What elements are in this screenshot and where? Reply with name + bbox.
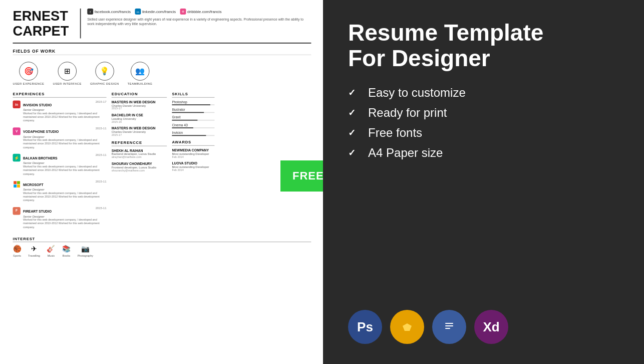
fireart-logo: F [13,207,21,215]
skill-bar-ps [172,105,214,106]
ui-label: USER INTERFACE [53,82,82,85]
microsoft-desc: Worked for this web development company,… [23,192,107,203]
interest-travel: ✈ Travelling [28,245,40,257]
field-gd: 💡 GRAPHIC DESIGN [90,62,119,86]
edu-degree3: MASTERS IN WEB DESIGN [112,127,167,131]
dribbble-icon: ⊕ [180,9,186,15]
ref-name1: SHEKH AL RAIHAN [112,149,167,153]
resume-main: EXPERIENCES in INVISION STUDIO 2015-17 S… [13,92,311,233]
resume-name: ERNEST CARPET [13,9,81,39]
feature-print: ✓ Ready for print [348,106,619,120]
photo-icon: 📷 [81,245,90,253]
gd-icon: 💡 [95,62,114,81]
skill-bar-ai [172,112,214,113]
features-list: ✓ Easy to customize ✓ Ready for print ✓ … [348,86,619,166]
skill-name-gv: Gravit [172,116,214,120]
team-label: TEAMBUILDING [127,82,152,85]
check-icon-2: ✓ [348,107,360,118]
award-company2: LUOVA STUDIO [172,161,214,165]
fields-grid: 🎯 USER EXPERIENCE ⊞ USER INTERFACE 💡 GRA… [13,59,311,89]
experience-invision: in INVISION STUDIO 2015-17 Senior Design… [13,100,107,122]
award-company1: NEWMEDIA COMPANY [172,148,214,152]
svg-rect-3 [445,323,453,324]
gd-label: GRAPHIC DESIGN [90,82,119,85]
svg-rect-2 [442,319,456,335]
ref-name2: SHOURAV CHOWDHURY [112,162,167,166]
sketch-icon [390,310,424,344]
fireart-desc: Worked for this web development company,… [23,218,107,229]
interest-photo: 📷 Photography [78,245,93,257]
awards-title: AWARDS [172,140,214,146]
edu-bachelor: BACHELOR IN CSE Leading University 2015-… [112,113,167,123]
vodaphone-company: VODAPHONE STUDIO 2015-11 [23,127,107,134]
sports-icon: 🏀 [13,245,22,253]
resume-panel: ERNEST CARPET f facebook.com/francis in … [0,0,323,364]
resume-header: ERNEST CARPET f facebook.com/francis in … [13,9,311,44]
experience-microsoft: MICROSOFT 2015-11 Senior Designer Worked… [13,180,107,202]
reference-title: REFERENCCE [112,141,167,146]
ref-shourav: SHOURAV CHOWDHURY Frontend developer, Lu… [112,162,167,172]
balkan-role: Senior Designer [23,161,107,164]
fields-title: FIELDS OF WORK [13,49,311,55]
xd-icon: Xd [474,310,508,344]
resume-social: f facebook.com/francis in linkedin.com/f… [87,9,311,15]
resume-contact-bio: f facebook.com/francis in linkedin.com/f… [87,9,311,27]
edu-date1: 2015-17 [112,107,167,110]
social-linkedin: in linkedin.com/francis [135,9,176,15]
skill-invision: Invision [172,131,214,136]
feature-text-1: Easy to customize [368,86,466,100]
vodaphone-role: Senior Designer [23,135,107,138]
ref-shekh: SHEKH AL RAIHAN Backend developer, Luova… [112,149,167,159]
check-icon-4: ✓ [348,147,360,158]
right-panel: Resume Template For Designer ✓ Easy to c… [323,0,644,364]
edu-degree1: MASTERS IN WEB DESIGN [112,100,167,104]
ux-label: USER EXPERIENCE [13,82,45,85]
main-title: Resume Template For Designer [348,20,619,71]
balkan-company: BALKAN BROTHERS 2015-11 [23,153,107,161]
travel-label: Travelling [28,254,40,257]
ref-email2: shourarchy@mailhere.com [112,169,167,172]
interest-music: 🎸 Music [47,245,55,257]
skill-bar-c4 [172,127,214,128]
sports-label: Sports [13,254,21,257]
edu-date3: 2015-17 [112,133,167,136]
fireart-company: FIREART STUDIO 2015-11 [23,207,107,214]
invision-details: INVISION STUDIO 2015-17 Senior Designer … [23,100,107,122]
edu-masters1: MASTERS IN WEB DESIGN Charles Darwin Uni… [112,100,167,110]
references-section: REFERENCCE SHEKH AL RAIHAN Backend devel… [112,141,167,172]
skill-gravit: Gravit [172,116,214,121]
ui-icon: ⊞ [58,62,76,81]
interest-section: INTEREST 🏀 Sports ✈ Travelling 🎸 Music 📚… [13,237,311,257]
feature-easy: ✓ Easy to customize [348,86,619,100]
vodaphone-logo: V [13,127,21,135]
skill-photoshop: Photoshop [172,100,214,105]
education-title: EDUCATION [112,92,167,98]
feature-text-3: Free fonts [368,126,422,140]
fireart-details: FIREART STUDIO 2015-11 Senior Designer W… [23,207,107,229]
interest-sports: 🏀 Sports [13,245,22,257]
photoshop-icon: Ps [348,310,382,344]
travel-icon: ✈ [31,245,37,253]
docs-icon [432,310,466,344]
vodaphone-desc: Worked for this web development company,… [23,138,107,149]
award-newmedia: NEWMEDIA COMPANY Most outstanding Develo… [172,148,214,158]
resume-content: ERNEST CARPET f facebook.com/francis in … [0,0,323,265]
check-icon-3: ✓ [348,127,360,138]
books-label: Books [63,254,70,257]
edu-degree2: BACHELOR IN CSE [112,113,167,117]
invision-desc: Worked for this web development company,… [23,112,107,123]
social-facebook: f facebook.com/francis [87,9,131,15]
svg-rect-5 [445,328,450,329]
award-luova: LUOVA STUDIO Most outstanding Developer … [172,161,214,171]
microsoft-company: MICROSOFT 2015-11 [23,180,107,188]
photo-label: Photography [78,254,93,257]
fireart-role: Senior Designer [23,215,107,218]
invision-role: Senior Designer [23,108,107,111]
skill-cinema4d: Cinema 4D [172,123,214,128]
balkan-details: BALKAN BROTHERS 2015-11 Senior Designer … [23,153,107,175]
music-icon: 🎸 [47,245,55,253]
skill-bar-inv [172,135,214,136]
ux-icon: 🎯 [19,62,38,81]
edu-date2: 2015-16 [112,120,167,123]
team-icon: 👥 [131,62,149,81]
